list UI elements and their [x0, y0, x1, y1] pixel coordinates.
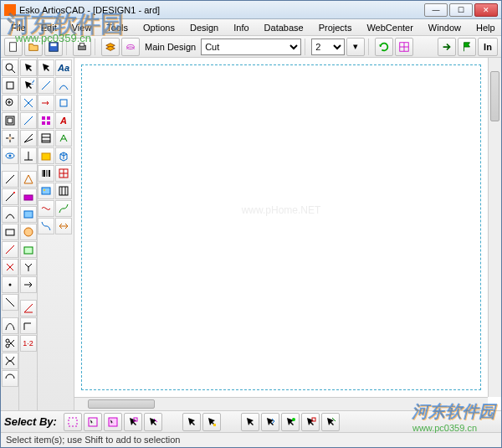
- arrow-right-button[interactable]: [438, 38, 456, 56]
- barcode-icon[interactable]: [38, 165, 54, 182]
- arc2-icon[interactable]: [2, 370, 18, 387]
- refresh-button[interactable]: [375, 38, 393, 56]
- select-action-5-button[interactable]: [321, 413, 340, 431]
- menu-tools[interactable]: Tools: [100, 21, 135, 34]
- rect-icon[interactable]: [2, 224, 18, 240]
- shape-a-icon[interactable]: [55, 130, 72, 147]
- menu-webcenter[interactable]: WebCenter: [360, 21, 419, 34]
- menu-window[interactable]: Window: [422, 21, 468, 34]
- grid3-icon[interactable]: [55, 183, 72, 199]
- close-button[interactable]: ✕: [474, 3, 498, 17]
- curve6-icon[interactable]: [55, 218, 72, 234]
- shape4-icon[interactable]: [20, 224, 37, 240]
- cross-red-icon[interactable]: [2, 259, 18, 275]
- menu-info[interactable]: Info: [227, 21, 255, 34]
- image-icon[interactable]: [38, 183, 54, 199]
- select-action-1-button[interactable]: [241, 413, 259, 431]
- letter-a-icon[interactable]: A: [55, 112, 72, 129]
- pattern-icon[interactable]: [38, 112, 54, 129]
- perp-icon[interactable]: [20, 147, 37, 164]
- angle2-icon[interactable]: [20, 317, 37, 334]
- zoom-in-icon[interactable]: [2, 95, 18, 111]
- arc-icon[interactable]: [2, 206, 18, 223]
- layer-icon-button[interactable]: [121, 38, 140, 56]
- menu-edit[interactable]: Edit: [34, 21, 64, 34]
- angle-lines-icon[interactable]: [20, 130, 37, 147]
- num-combo[interactable]: 2: [311, 39, 345, 55]
- select-mode-1-button[interactable]: [64, 413, 82, 431]
- design-canvas[interactable]: www.pHome.NET: [74, 58, 488, 397]
- select-action-4-button[interactable]: [301, 413, 320, 431]
- curve-icon[interactable]: [2, 317, 18, 334]
- layer-combo[interactable]: Cut: [201, 39, 301, 55]
- select-action-3-button[interactable]: [281, 413, 300, 431]
- menu-projects[interactable]: Projects: [312, 21, 359, 34]
- hatch-icon[interactable]: [38, 130, 54, 147]
- line-tool-icon[interactable]: [38, 77, 54, 94]
- zoom-window-icon[interactable]: [2, 59, 18, 76]
- crop-icon[interactable]: [2, 77, 18, 94]
- branch-icon[interactable]: [20, 259, 37, 275]
- curve5-icon[interactable]: [38, 218, 54, 234]
- svg-rect-4: [79, 43, 84, 46]
- pointer-icon[interactable]: [20, 59, 37, 76]
- select-mode-5-button[interactable]: [144, 413, 162, 431]
- scrollbar-horizontal[interactable]: [74, 397, 488, 410]
- line-angle-icon[interactable]: [2, 188, 18, 205]
- select-mode-4-button[interactable]: [124, 413, 142, 431]
- eye-icon[interactable]: [2, 147, 18, 164]
- grid-toggle-button[interactable]: [395, 38, 413, 56]
- line-red-icon[interactable]: [2, 241, 18, 258]
- select-action-2-button[interactable]: [261, 413, 279, 431]
- fill-icon[interactable]: [38, 147, 54, 164]
- shape1-icon[interactable]: [20, 171, 37, 188]
- menu-options[interactable]: Options: [136, 21, 182, 34]
- curve3-icon[interactable]: [38, 200, 54, 217]
- cross-blue-icon[interactable]: [20, 95, 37, 111]
- menu-help[interactable]: Help: [469, 21, 502, 34]
- arrow-tool-icon[interactable]: [38, 95, 54, 111]
- dropdown-button[interactable]: ▾: [346, 38, 365, 56]
- text-icon[interactable]: Aa: [55, 59, 72, 76]
- menu-view[interactable]: View: [65, 21, 99, 34]
- arc-tool-icon[interactable]: [55, 77, 72, 94]
- line2-icon[interactable]: [2, 294, 18, 311]
- open-button[interactable]: [24, 38, 43, 56]
- menu-file[interactable]: File: [4, 21, 33, 34]
- point-icon[interactable]: [2, 276, 18, 293]
- zoom-extents-icon[interactable]: [2, 112, 18, 129]
- arrow-icon[interactable]: [20, 276, 37, 293]
- square-tool-icon[interactable]: [55, 95, 72, 111]
- box-icon[interactable]: [20, 241, 37, 258]
- curve-cross-icon[interactable]: [2, 353, 18, 369]
- layers-button[interactable]: [101, 38, 120, 56]
- 12-icon[interactable]: 1·2: [20, 335, 37, 352]
- move-pointer-icon[interactable]: [38, 59, 54, 76]
- new-button[interactable]: [4, 38, 23, 56]
- grid2-icon[interactable]: [55, 165, 72, 182]
- line-blue-icon[interactable]: [20, 112, 37, 129]
- svg-point-28: [6, 339, 9, 342]
- in-button[interactable]: In: [478, 38, 498, 56]
- shape2-icon[interactable]: [20, 188, 37, 205]
- print-button[interactable]: [73, 38, 91, 56]
- select-filter-1-button[interactable]: [182, 413, 201, 431]
- scrollbar-vertical[interactable]: [488, 58, 501, 397]
- angle-red-icon[interactable]: [20, 300, 37, 317]
- save-button[interactable]: [44, 38, 63, 56]
- cube-icon[interactable]: [55, 147, 72, 164]
- menu-database[interactable]: Database: [258, 21, 310, 34]
- flag-button[interactable]: [458, 38, 476, 56]
- maximize-button[interactable]: ☐: [449, 3, 473, 17]
- select-mode-2-button[interactable]: [84, 413, 102, 431]
- select-mode-3-button[interactable]: [104, 413, 122, 431]
- pan-icon[interactable]: [2, 130, 18, 147]
- menu-design[interactable]: Design: [183, 21, 225, 34]
- scissors-icon[interactable]: [2, 335, 18, 352]
- help-pointer-icon[interactable]: ?: [20, 77, 37, 94]
- minimize-button[interactable]: —: [424, 3, 448, 17]
- select-filter-2-button[interactable]: [202, 413, 221, 431]
- shape3-icon[interactable]: [20, 206, 37, 223]
- curve4-icon[interactable]: [55, 200, 72, 217]
- line-icon[interactable]: [2, 171, 18, 188]
